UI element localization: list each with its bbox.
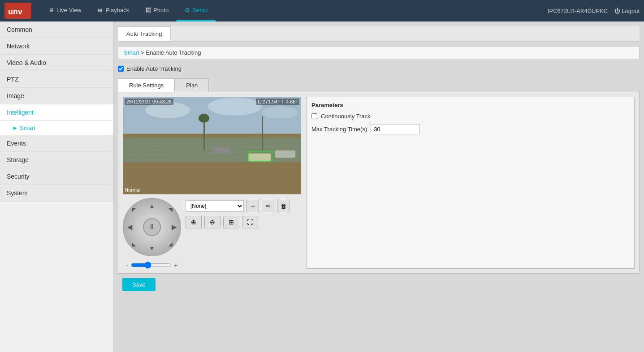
breadcrumb-parent-link[interactable]: Smart [124, 49, 139, 56]
zoom-fit-button[interactable]: ⊞ [223, 216, 239, 228]
preset-goto-button[interactable]: → [246, 200, 259, 212]
sidebar-item-common-label: Common [7, 26, 32, 33]
sidebar-item-common[interactable]: Common [0, 21, 113, 38]
logout-icon: ⏻ [614, 8, 620, 14]
sidebar: Common Network Video & Audio PTZ Image I… [0, 21, 113, 352]
svg-rect-7 [123, 138, 301, 163]
enable-auto-tracking-checkbox[interactable] [118, 66, 124, 72]
playback-icon: ⏯ [97, 7, 103, 13]
ptz-upright-button[interactable]: ◥ [169, 207, 172, 213]
ptz-left-button[interactable]: ◀ [127, 223, 132, 231]
preset-zoom-col: [None] → ✏ 🗑 ⊕ ⊖ ⊞ ⛶ [186, 198, 290, 228]
logout-button[interactable]: ⏻ Logout [614, 8, 640, 14]
tab-rule-settings[interactable]: Rule Settings [118, 78, 175, 92]
max-tracking-row: Max Tracking Time(s) [311, 124, 630, 134]
continuously-track-label[interactable]: Continuously Track [321, 113, 371, 120]
sidebar-item-ptz[interactable]: PTZ [0, 71, 113, 88]
camera-section: 28/12/2021 09:43:26 E:271.94° T: 4.68° N… [123, 97, 302, 269]
sidebar-sub-item-smart-label: Smart [20, 124, 35, 131]
camera-coords: E:271.94° T: 4.68° [256, 99, 299, 105]
inner-tab-bar: Rule Settings Plan [118, 78, 640, 92]
ptz-right-button[interactable]: ▶ [172, 223, 177, 231]
logout-label: Logout [622, 8, 640, 14]
main-layout: Common Network Video & Audio PTZ Image I… [0, 21, 644, 352]
sidebar-item-storage-label: Storage [7, 156, 29, 163]
tab-content: 28/12/2021 09:43:26 E:271.94° T: 4.68° N… [118, 92, 640, 274]
svg-text:unv: unv [8, 7, 22, 16]
sidebar-item-intelligent[interactable]: Intelligent [0, 104, 113, 121]
svg-rect-15 [262, 116, 263, 150]
zoom-slider[interactable] [131, 262, 171, 269]
ptz-ring: ▲ ▼ ◀ ▶ ◤ ◥ ◣ ◢ ⏸ [123, 198, 181, 256]
ptz-down-button[interactable]: ▼ [149, 245, 155, 252]
ptz-downleft-button[interactable]: ◣ [132, 241, 135, 247]
continuously-track-checkbox[interactable] [311, 113, 317, 119]
svg-rect-11 [275, 150, 295, 158]
zoom-in-button[interactable]: ⊕ [186, 216, 202, 228]
continuously-track-row: Continuously Track [311, 113, 630, 120]
zoom-icons-row: ⊕ ⊖ ⊞ ⛶ [186, 216, 290, 228]
preset-edit-button[interactable]: ✏ [262, 200, 274, 212]
ptz-downright-button[interactable]: ◢ [169, 241, 172, 247]
tab-plan-label: Plan [186, 82, 198, 89]
max-tracking-label: Max Tracking Time(s) [311, 126, 367, 133]
tab-rule-settings-label: Rule Settings [129, 82, 164, 89]
zoom-max-label: + [174, 262, 177, 269]
device-id: IPC672LR-AX4DUPKC [548, 8, 608, 14]
zoom-slider-row: - + [126, 262, 177, 269]
camera-feed: 28/12/2021 09:43:26 E:271.94° T: 4.68° N… [123, 97, 301, 194]
save-button[interactable]: Save [122, 278, 156, 291]
max-tracking-input[interactable] [371, 124, 420, 134]
sidebar-item-network[interactable]: Network [0, 38, 113, 55]
nav-photo-label: Photo [153, 7, 169, 13]
nav-live-view[interactable]: 🖥 Live View [40, 0, 89, 21]
sidebar-item-security-label: Security [7, 173, 30, 180]
zoom-fullscreen-button[interactable]: ⛶ [242, 216, 258, 228]
sidebar-item-system[interactable]: System [0, 185, 113, 202]
zoom-out-button[interactable]: ⊖ [204, 216, 220, 228]
sidebar-item-security[interactable]: Security [0, 168, 113, 185]
sidebar-item-events-label: Events [7, 140, 26, 147]
nav-playback[interactable]: ⏯ Playback [89, 0, 137, 21]
breadcrumb-current: Enable Auto Tracking [146, 49, 201, 56]
preset-delete-button[interactable]: 🗑 [277, 200, 290, 212]
svg-rect-13 [203, 121, 205, 150]
ptz-preset-row: ▲ ▼ ◀ ▶ ◤ ◥ ◣ ◢ ⏸ [123, 198, 302, 269]
svg-point-5 [262, 106, 298, 119]
sidebar-item-image[interactable]: Image [0, 88, 113, 104]
ptz-stop-button[interactable]: ⏸ [143, 218, 161, 236]
sidebar-item-video-audio[interactable]: Video & Audio [0, 55, 113, 71]
breadcrumb-separator: > [141, 49, 146, 56]
ptz-upleft-button[interactable]: ◤ [132, 207, 135, 213]
svg-point-14 [199, 114, 209, 123]
tab-auto-tracking[interactable]: Auto Tracking [118, 26, 171, 41]
preset-dropdown[interactable]: [None] [186, 200, 244, 212]
zoom-min-label: - [126, 262, 128, 269]
top-nav: unv 🖥 Live View ⏯ Playback 🖼 Photo ⚙ Set… [0, 0, 644, 21]
save-bar: Save [118, 274, 640, 296]
sidebar-sub-item-smart[interactable]: ▶ Smart [0, 121, 113, 135]
nav-setup[interactable]: ⚙ Setup [177, 0, 216, 21]
ptz-section: ▲ ▼ ◀ ▶ ◤ ◥ ◣ ◢ ⏸ [123, 198, 181, 269]
parameters-title: Parameters [311, 102, 630, 108]
tab-plan[interactable]: Plan [175, 78, 209, 92]
tab-auto-tracking-label: Auto Tracking [126, 30, 162, 37]
sidebar-item-network-label: Network [7, 43, 30, 50]
nav-photo[interactable]: 🖼 Photo [137, 0, 177, 21]
ptz-up-button[interactable]: ▲ [149, 202, 155, 210]
sidebar-item-ptz-label: PTZ [7, 76, 18, 83]
enable-auto-tracking-label[interactable]: Enable Auto Tracking [126, 65, 182, 72]
breadcrumb: Smart > Enable Auto Tracking [118, 46, 640, 59]
svg-point-4 [208, 98, 262, 116]
nav-playback-label: Playback [105, 7, 129, 13]
chevron-icon: ▶ [13, 125, 17, 130]
ptz-controls: ▲ ▼ ◀ ▶ ◤ ◥ ◣ ◢ ⏸ [123, 198, 181, 256]
gear-icon: ⚙ [185, 7, 190, 13]
svg-rect-10 [248, 153, 271, 161]
sidebar-item-system-label: System [7, 189, 28, 197]
sidebar-item-events[interactable]: Events [0, 135, 113, 152]
nav-live-view-label: Live View [56, 7, 81, 13]
sidebar-item-storage[interactable]: Storage [0, 152, 113, 168]
sidebar-item-image-label: Image [7, 92, 24, 99]
camera-timestamp: 28/12/2021 09:43:26 [125, 99, 173, 105]
